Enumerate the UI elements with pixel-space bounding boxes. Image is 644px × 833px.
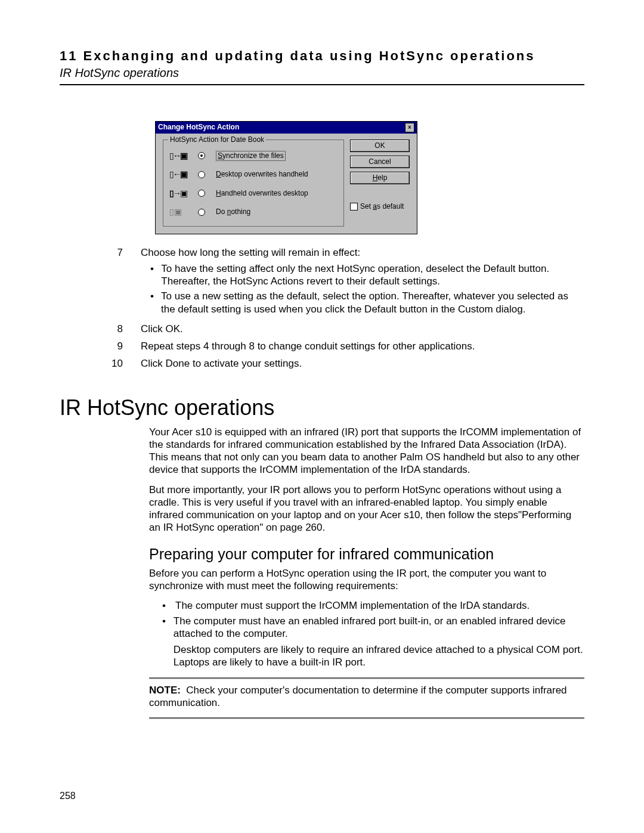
change-hotsync-dialog: Change HotSync Action × HotSync Action f… [155,121,417,234]
heading-ir-hotsync: IR HotSync operations [60,394,584,421]
handheld-overwrite-icon: ▯→▣ [169,188,190,199]
step-8: 8 Click OK. [107,323,584,335]
radio-desktop-label: Desktop overwrites handheld [216,170,308,179]
page: 11 Exchanging and updating data using Ho… [0,0,644,833]
paragraph-3: Before you can perform a HotSync operati… [149,567,584,593]
step-8-text: Click OK. [141,323,584,335]
step-10-text: Click Done to activate your settings. [141,357,584,370]
header-rule [60,84,584,85]
heading-preparing: Preparing your computer for infrared com… [149,545,584,563]
help-button[interactable]: Help [350,172,410,184]
paragraph-1: Your Acer s10 is equipped with an infrar… [149,426,584,476]
dialog-button-column: OK Cancel Help Set as default [350,140,410,227]
note-separator-bottom [149,717,584,719]
note-label: NOTE: [149,685,181,696]
radio-nothing[interactable] [198,209,205,216]
paragraph-2: But more importantly, your IR port allow… [149,484,584,534]
sync-icon: ▯↔▣ [169,151,190,162]
requirements-list: • The computer must support the IrCOMM i… [162,599,584,668]
dialog-title: Change HotSync Action [158,123,239,132]
close-icon[interactable]: × [405,123,414,132]
do-nothing-icon: ▯ ▣ [169,207,190,218]
section-title: IR HotSync operations [60,66,584,80]
desktop-overwrite-icon: ▯←▣ [169,169,190,180]
step-10: 10 Click Done to activate your settings. [107,357,584,370]
requirement-1-text: The computer must support the IrCOMM imp… [175,599,530,612]
radio-sync[interactable] [198,152,205,159]
step-7-bullet-1-text: To have the setting affect only the next… [161,262,584,288]
requirement-2: • The computer must have an enabled infr… [162,615,584,669]
step-number: 7 [107,246,123,318]
step-9-text: Repeat steps 4 through 8 to change condu… [141,340,584,352]
step-7-bullet-2: • To use a new setting as the default, s… [150,290,584,315]
note: NOTE: Check your computer's documentatio… [149,684,584,710]
radio-handheld-label: Handheld overwrites desktop [216,189,308,198]
note-separator [149,677,584,679]
radio-handheld[interactable] [198,190,205,197]
chapter-title: 11 Exchanging and updating data using Ho… [60,48,584,64]
fieldset-legend: HotSync Action for Date Book [168,135,266,144]
step-7-bullet-1: • To have the setting affect only the ne… [150,262,584,288]
page-number: 258 [60,790,76,802]
set-default-row[interactable]: Set as default [350,202,410,211]
requirement-1: • The computer must support the IrCOMM i… [162,599,584,612]
set-default-checkbox[interactable] [350,203,358,210]
radio-desktop[interactable] [198,171,205,178]
set-default-label: Set as default [360,202,404,211]
step-number: 9 [107,340,123,352]
cancel-button[interactable]: Cancel [350,156,410,168]
dialog-figure: Change HotSync Action × HotSync Action f… [155,121,417,234]
step-7-bullet-2-text: To use a new setting as the default, sel… [161,290,584,315]
requirement-2-text: The computer must have an enabled infrar… [174,615,584,669]
step-list: 7 Choose how long the setting will remai… [107,246,584,370]
step-number: 10 [107,357,123,370]
ok-button[interactable]: OK [350,140,410,152]
note-text: Check your computer's documentation to d… [149,685,567,708]
bullet-icon: • [150,290,154,315]
action-fieldset: HotSync Action for Date Book ▯↔▣ SSynchr… [163,140,344,227]
bullet-icon: • [162,615,166,669]
bullet-icon: • [162,599,168,612]
option-synchronize[interactable]: ▯↔▣ SSynchronize the filesynchronize the… [169,151,338,162]
dialog-body: HotSync Action for Date Book ▯↔▣ SSynchr… [156,134,417,234]
bullet-icon: • [150,262,154,288]
option-do-nothing[interactable]: ▯ ▣ Do nothing [169,207,338,218]
dialog-titlebar: Change HotSync Action × [156,122,417,134]
radio-sync-label: SSynchronize the filesynchronize the fil… [216,151,286,161]
step-number: 8 [107,323,123,335]
option-desktop-overwrites[interactable]: ▯←▣ Desktop overwrites handheld [169,169,338,180]
step-9: 9 Repeat steps 4 through 8 to change con… [107,340,584,352]
option-handheld-overwrites[interactable]: ▯→▣ Handheld overwrites desktop [169,188,338,199]
radio-nothing-label: Do nothing [216,208,250,216]
step-7: 7 Choose how long the setting will remai… [107,246,584,318]
step-7-text: Choose how long the setting will remain … [141,246,584,259]
